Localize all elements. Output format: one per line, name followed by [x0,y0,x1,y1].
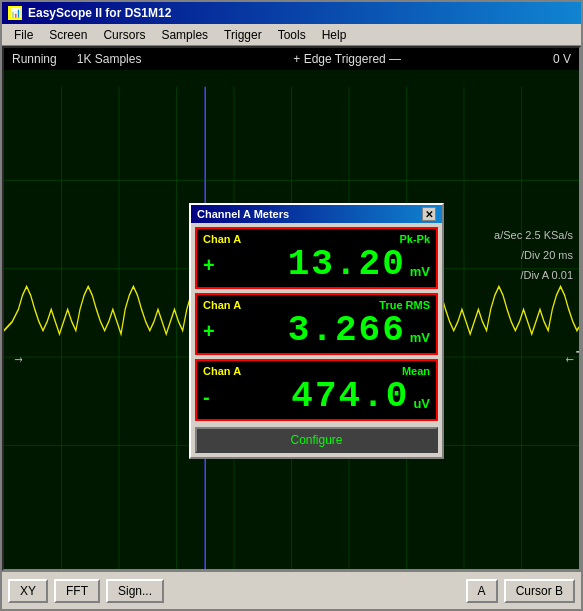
meter-sign-rms: + [203,321,215,341]
scope-status-bar: Running 1K Samples + Edge Triggered — 0 … [4,48,579,70]
meter-value-row-mean: - 474.0 uV [203,379,430,415]
configure-button[interactable]: Configure [195,427,438,453]
meter-unit-pkpk: mV [410,264,430,279]
cursor-label: Cursor [516,584,552,598]
channel-a-button[interactable]: A [466,579,498,603]
meter-display-pkpk: 13.20 [219,247,406,283]
side-info-line1: a/Sec 2.5 KSa/s [494,227,573,247]
meters-title-bar: Channel A Meters ✕ [191,205,442,223]
menu-trigger[interactable]: Trigger [216,26,270,44]
menu-tools[interactable]: Tools [270,26,314,44]
meter-sign-mean: - [203,387,210,407]
xy-button[interactable]: XY [8,579,48,603]
meter-unit-rms: mV [410,330,430,345]
title-bar: 📊 EasyScope II for DS1M12 [2,2,581,24]
meter-chan-rms: Chan A [203,299,241,311]
status-trigger: + Edge Triggered — [161,52,533,66]
meters-dialog: Channel A Meters ✕ Chan A Pk-Pk + 13.20 … [189,203,444,459]
menu-help[interactable]: Help [314,26,355,44]
meters-body: Chan A Pk-Pk + 13.20 mV Chan A True RMS [191,223,442,457]
status-samples: 1K Samples [77,52,142,66]
meter-panel-rms: Chan A True RMS + 3.266 mV [195,293,438,355]
meter-sign-pkpk: + [203,255,215,275]
meter-display-rms: 3.266 [219,313,406,349]
side-info-line2: /Div 20 ms [494,246,573,266]
status-voltage: 0 V [553,52,571,66]
menu-cursors[interactable]: Cursors [95,26,153,44]
menu-bar: File Screen Cursors Samples Trigger Tool… [2,24,581,46]
cursor-b-button[interactable]: Cursor B [504,579,575,603]
scope-screen: Running 1K Samples + Edge Triggered — 0 … [2,46,581,571]
meter-display-mean: 474.0 [214,379,410,415]
side-info: a/Sec 2.5 KSa/s /Div 20 ms /Div A 0.01 [494,227,573,286]
meters-title: Channel A Meters [197,208,289,220]
menu-samples[interactable]: Samples [153,26,216,44]
bottom-panel: XY FFT Sign... A Cursor B [2,571,581,609]
menu-screen[interactable]: Screen [41,26,95,44]
menu-file[interactable]: File [6,26,41,44]
svg-text:→: → [12,346,24,370]
side-info-line3: /Div A 0.01 [494,266,573,286]
window-title: EasyScope II for DS1M12 [28,6,171,20]
cursor-b-label: B [555,584,563,598]
fft-button[interactable]: FFT [54,579,100,603]
app-icon: 📊 [8,6,22,20]
meter-chan-mean: Chan A [203,365,241,377]
meter-panel-mean: Chan A Mean - 474.0 uV [195,359,438,421]
meter-panel-pkpk: Chan A Pk-Pk + 13.20 mV [195,227,438,289]
meter-chan-pkpk: Chan A [203,233,241,245]
main-window: 📊 EasyScope II for DS1M12 File Screen Cu… [0,0,583,611]
meters-close-button[interactable]: ✕ [422,207,436,221]
sign-button[interactable]: Sign... [106,579,164,603]
meter-value-row-rms: + 3.266 mV [203,313,430,349]
svg-text:←T: ←T [564,346,579,370]
meter-value-row-pkpk: + 13.20 mV [203,247,430,283]
meter-unit-mean: uV [413,396,430,411]
status-running: Running [12,52,57,66]
